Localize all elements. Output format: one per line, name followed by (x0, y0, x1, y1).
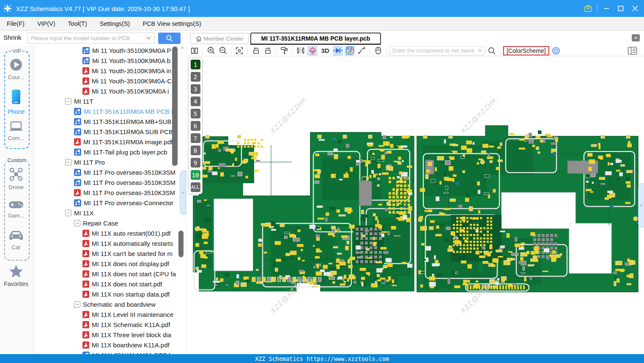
collapse-right-panel-handle[interactable]: < (638, 183, 644, 228)
minimize-button[interactable] (599, 0, 614, 17)
pcb-canvas[interactable]: XZZ@XZZHK XZZ@XZZHK XZZ@XZZHK XZZ@XZZHK … (186, 56, 644, 354)
net-search-icon[interactable] (487, 46, 497, 56)
tree-item[interactable]: MI 11T-351K11RM0A image.pdf (36, 137, 186, 147)
layer-button-9[interactable]: 9 (191, 158, 200, 168)
layers-panel-icon[interactable] (628, 47, 637, 57)
scroll-up-arrow[interactable]: ^ (179, 46, 185, 52)
sidebar-item-favorites[interactable]: Favorites (0, 264, 32, 287)
layer-button-7[interactable]: 7 (191, 133, 200, 143)
tree-item-label: MI 11T-351K11RM0A image.pdf (83, 138, 173, 146)
tree-item[interactable]: MI 11X automatically restarts (36, 238, 186, 248)
mirror-flip-icon[interactable] (296, 46, 306, 56)
tree-item[interactable]: Mi 11 Youth-3510K9DM0A i (36, 86, 186, 96)
layer-button-2[interactable]: 2 (191, 72, 200, 82)
tree-item[interactable]: Mi 11 Youth-35100K9M0A b (36, 55, 186, 66)
tree-item[interactable]: MI 11X boardview K11A.pdf (36, 340, 186, 350)
mouse-icon[interactable] (373, 46, 383, 56)
split-view-icon[interactable] (189, 46, 200, 56)
diode-icon[interactable] (333, 46, 343, 56)
tree-item[interactable]: MI 11T Pro overseas-3510K3SM (36, 167, 186, 177)
menu-tool[interactable]: Tool(T) (68, 20, 87, 27)
menu-pcb-view-settings[interactable]: PCB View settings(S) (143, 20, 201, 27)
layer-button-all[interactable]: ALL (191, 182, 200, 192)
tree-item-label: MI 11X boardview K11A.pdf (92, 341, 170, 349)
zoom-out-icon[interactable] (218, 46, 228, 56)
outer-scrollbar-thumb[interactable] (178, 231, 184, 257)
sidebar-item-phone[interactable]: Phone (0, 89, 32, 115)
search-button[interactable] (158, 33, 181, 44)
fit-screen-icon[interactable] (234, 46, 244, 56)
tree-item[interactable]: MI 11T-351K11RM0A MB PCB la (36, 106, 186, 116)
collapse-node-icon[interactable]: − (74, 301, 80, 308)
curve-wire-icon[interactable] (356, 46, 367, 56)
collapse-node-icon[interactable]: − (65, 159, 71, 165)
sidebar-item-drone[interactable]: Drone (0, 167, 32, 190)
3d-view-button[interactable]: 3D (319, 47, 331, 54)
tree-item[interactable]: MI 11T Pro overseas-Connector (36, 198, 186, 208)
layer-button-8[interactable]: 8 (191, 146, 200, 155)
lamp-highlight-icon[interactable] (307, 46, 318, 56)
tree-item-label: MI 11T-Tail plug pcb layer.pcb (84, 148, 167, 156)
sidebar-item-game[interactable]: Gam... (0, 200, 32, 219)
layer-button-1[interactable]: 1 (191, 60, 200, 69)
tree-item[interactable]: MI 11X does not start (CPU fa (36, 269, 186, 279)
menu-file[interactable]: File(F) (7, 20, 25, 27)
chevron-down-icon (146, 36, 151, 40)
tree-item[interactable]: MI 11X can't be started for m (36, 248, 186, 258)
close-button[interactable] (628, 0, 642, 17)
sidebar-item-label: Drone (0, 184, 32, 190)
custom-section-label: Custom (6, 157, 28, 163)
collapse-tree-handle[interactable]: < (180, 170, 186, 215)
tree-item[interactable]: MI 11X does not start.pdf (36, 279, 186, 289)
layer-button-3[interactable]: 3 (191, 84, 200, 94)
probe-measure-icon[interactable] (345, 46, 355, 56)
sidebar-item-course[interactable]: Cour... (0, 58, 32, 80)
eye-visibility-icon[interactable] (551, 46, 561, 56)
layer-button-6[interactable]: 6 (191, 121, 200, 131)
tree-item[interactable]: MI 11T-351K11RM0A MB+SUB (36, 116, 186, 126)
tree-item[interactable]: MI 11T Pro overseas-3510K3SM (36, 187, 186, 198)
tree-item[interactable]: Mi 11 Youth-35100K9M0A P (36, 45, 186, 55)
close-panel-icon[interactable]: ✕ (632, 34, 640, 41)
collapse-node-icon[interactable]: − (74, 220, 80, 226)
layer-button-4[interactable]: 4 (191, 96, 200, 106)
tree-item[interactable]: MI 11T Pro overseas-3510K3SM (36, 177, 186, 187)
tree-item[interactable]: MI 11X does not display.pdf (36, 258, 186, 269)
tree-node[interactable]: −MI 11T Pro (36, 157, 186, 167)
menu-vip[interactable]: VIP(V) (37, 20, 55, 27)
sidebar-item-label: Phone (0, 108, 32, 115)
tab-pcb-layer[interactable]: MI 11T-351K11RM0A MB PCB layer.pcb (250, 33, 381, 44)
tree-node[interactable]: −MI 11T (36, 96, 186, 106)
maximize-button[interactable] (614, 0, 628, 17)
rotate-right-icon[interactable] (263, 46, 273, 56)
layer-button-5[interactable]: 5 (191, 109, 200, 118)
tree-item[interactable]: MI 11X auto restart(001).pdf (36, 228, 186, 238)
tree-item[interactable]: MI 11T-Tail plug pcb layer.pcb (36, 147, 186, 157)
tree-item[interactable]: Mi 11 Youth-35100K9M0A in (36, 66, 186, 76)
briefcase-icon[interactable] (581, 0, 595, 17)
tree-item[interactable]: MI 11X Level III maintenance (36, 309, 186, 319)
tree-node[interactable]: −MI 11X (36, 208, 186, 218)
tree-node[interactable]: −Schematic and boardview (36, 299, 186, 309)
member-center-button[interactable]: Member Center (190, 33, 249, 44)
rotate-left-icon[interactable] (251, 46, 261, 56)
tree-item[interactable]: MI 11X Schematic K11A.pdf (36, 319, 186, 330)
zoom-in-icon[interactable] (206, 46, 216, 56)
tree-scrollbar-thumb[interactable] (172, 47, 178, 166)
collapse-node-icon[interactable]: − (65, 98, 71, 104)
colorscheme-button[interactable]: [ColorScheme] (503, 46, 549, 55)
net-search-input[interactable]: Enter the component or net name (389, 46, 485, 55)
tree-item[interactable]: Mi 11 Youth-35100K9M0A-C (36, 76, 186, 86)
collapse-node-icon[interactable]: − (65, 210, 71, 216)
tree-item[interactable]: MI 11X non startup data.pdf (36, 289, 186, 299)
sidebar-item-computer[interactable]: Com... (0, 121, 32, 141)
layer-button-10[interactable]: 10 (191, 170, 200, 180)
shrink-button[interactable]: Shrink (3, 34, 22, 41)
sidebar-item-car[interactable]: Car (0, 230, 32, 250)
tree-item[interactable]: MI 11T-351K11RM0A SUB PCB l (36, 126, 186, 137)
menu-settings[interactable]: Settings(S) (100, 20, 130, 27)
tree-item[interactable]: MI 11X Three level block dia (36, 330, 186, 340)
tree-node[interactable]: −Repair Case (36, 218, 186, 228)
paint-roller-icon[interactable] (279, 46, 289, 56)
model-search-input[interactable]: Please input the model number or PCB (27, 33, 155, 44)
